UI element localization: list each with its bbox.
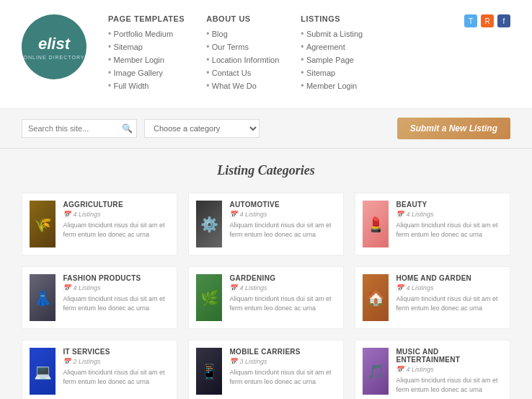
nav-item[interactable]: Portfolio Medium [108, 29, 185, 39]
listing-icon: 📅 [63, 211, 71, 218]
category-description: Aliquam tincidunt risus dui sit am et fe… [396, 376, 502, 394]
category-name: AUTOMOTIVE [229, 201, 336, 209]
listing-icon: 📅 [63, 284, 71, 291]
section-title: Listing Categories [22, 163, 510, 178]
category-listings-count: 📅 4 Listings [229, 284, 336, 291]
submit-listing-button[interactable]: Submit a New Listing [397, 118, 510, 139]
nav-item[interactable]: Full Width [108, 81, 185, 91]
category-select[interactable]: Choose a category [144, 119, 260, 138]
nav-item[interactable]: Blog [206, 29, 279, 39]
category-card[interactable]: 🌿GARDENING📅 4 ListingsAliquam tincidunt … [188, 266, 344, 329]
category-name: FASHION PRODUCTS [63, 274, 169, 282]
nav-column-listings: LISTINGSSubmit a ListingAgreementSample … [301, 14, 363, 94]
category-listings-count: 📅 4 Listings [396, 284, 502, 291]
nav-item[interactable]: Contact Us [206, 68, 279, 78]
twitter-icon[interactable]: T [464, 14, 477, 27]
category-thumbnail: 📱 [196, 348, 222, 395]
category-thumbnail: 👗 [30, 274, 56, 321]
search-input[interactable] [28, 124, 122, 133]
nav-column-page_templates: PAGE TEMPLATESPortfolio MediumSitemapMem… [108, 14, 185, 94]
social-icons: T R f [464, 14, 510, 27]
nav-item[interactable]: Sitemap [108, 42, 185, 52]
nav-item[interactable]: Sitemap [301, 68, 363, 78]
category-description: Aliquam tincidunt risus dui sit am et fe… [396, 294, 502, 312]
nav-item[interactable]: Sample Page [301, 55, 363, 65]
listing-icon: 📅 [229, 211, 237, 218]
nav-menus: PAGE TEMPLATESPortfolio MediumSitemapMem… [108, 14, 443, 94]
category-listings-count: 📅 4 Listings [229, 211, 336, 218]
category-card[interactable]: 💻IT SERVICES📅 2 ListingsAliquam tincidun… [22, 340, 177, 399]
category-info: FASHION PRODUCTS📅 4 ListingsAliquam tinc… [63, 274, 169, 312]
main-content: Listing Categories 🌾AGGRICULTURE📅 4 List… [0, 149, 532, 399]
category-description: Aliquam tincidunt risus dui sit am et fe… [63, 368, 169, 386]
header: elist ONLINE DIRECTORY PAGE TEMPLATESPor… [0, 0, 532, 109]
logo-tagline: ONLINE DIRECTORY [24, 55, 85, 60]
category-listings-count: 📅 2 Listings [63, 358, 169, 365]
category-info: HOME AND GARDEN📅 4 ListingsAliquam tinci… [396, 274, 502, 312]
category-info: IT SERVICES📅 2 ListingsAliquam tincidunt… [63, 348, 169, 386]
listing-icon: 📅 [63, 358, 71, 365]
category-info: AGGRICULTURE📅 4 ListingsAliquam tincidun… [63, 201, 169, 239]
category-card[interactable]: 🏠HOME AND GARDEN📅 4 ListingsAliquam tinc… [355, 266, 510, 329]
category-info: MOBILE CARRIERS📅 3 ListingsAliquam tinci… [229, 348, 336, 386]
nav-item[interactable]: Agreement [301, 42, 363, 52]
search-bar: 🔍 Choose a category Submit a New Listing [0, 109, 532, 149]
search-wrap: 🔍 [22, 119, 137, 138]
listing-icon: 📅 [229, 284, 237, 291]
category-card[interactable]: 📱MOBILE CARRIERS📅 3 ListingsAliquam tinc… [188, 340, 344, 399]
category-description: Aliquam tincidunt risus dui sit am et fe… [229, 221, 336, 239]
category-thumbnail: 🎵 [363, 348, 389, 395]
facebook-icon[interactable]: f [497, 14, 510, 27]
nav-column-about_us: ABOUT USBlogOur TermsLocation Informtion… [206, 14, 279, 94]
category-thumbnail: 🌿 [196, 274, 222, 321]
nav-item[interactable]: What We Do [206, 81, 279, 91]
category-listings-count: 📅 4 Listings [396, 366, 502, 373]
listing-icon: 📅 [396, 211, 404, 218]
category-description: Aliquam tincidunt risus dui sit am et fe… [63, 221, 169, 239]
category-card[interactable]: 🌾AGGRICULTURE📅 4 ListingsAliquam tincidu… [22, 193, 177, 255]
nav-item[interactable]: Submit a Listing [301, 29, 363, 39]
category-info: GARDENING📅 4 ListingsAliquam tincidunt r… [229, 274, 336, 312]
logo-name: elist [38, 35, 70, 53]
category-listings-count: 📅 4 Listings [63, 284, 169, 291]
category-description: Aliquam tincidunt risus dui sit am et fe… [396, 221, 502, 239]
category-info: BEAUTY📅 4 ListingsAliquam tincidunt risu… [396, 201, 502, 239]
category-name: IT SERVICES [63, 348, 169, 356]
category-thumbnail: ⚙️ [196, 201, 222, 247]
category-card[interactable]: 💄BEAUTY📅 4 ListingsAliquam tincidunt ris… [355, 193, 510, 255]
category-description: Aliquam tincidunt risus dui sit am et fe… [63, 294, 169, 312]
listing-icon: 📅 [396, 366, 404, 373]
category-listings-count: 📅 4 Listings [63, 211, 169, 218]
category-thumbnail: 🏠 [363, 274, 389, 321]
category-name: GARDENING [229, 274, 336, 282]
search-icon: 🔍 [122, 123, 133, 133]
nav-item[interactable]: Location Informtion [206, 55, 279, 65]
rss-icon[interactable]: R [481, 14, 494, 27]
category-name: AGGRICULTURE [63, 201, 169, 209]
logo[interactable]: elist ONLINE DIRECTORY [22, 14, 87, 79]
category-card[interactable]: 👗FASHION PRODUCTS📅 4 ListingsAliquam tin… [22, 266, 177, 329]
category-card[interactable]: 🎵MUSIC AND ENTERTAINMENT📅 4 ListingsAliq… [355, 340, 510, 399]
nav-item[interactable]: Member Login [108, 55, 185, 65]
category-name: BEAUTY [396, 201, 502, 209]
category-thumbnail: 💻 [30, 348, 56, 395]
category-info: MUSIC AND ENTERTAINMENT📅 4 ListingsAliqu… [396, 348, 502, 394]
category-listings-count: 📅 3 Listings [229, 358, 336, 365]
category-card[interactable]: ⚙️AUTOMOTIVE📅 4 ListingsAliquam tincidun… [188, 193, 344, 255]
listing-icon: 📅 [396, 284, 404, 291]
category-thumbnail: 🌾 [30, 201, 56, 247]
category-name: MUSIC AND ENTERTAINMENT [396, 348, 502, 364]
nav-item[interactable]: Member Login [301, 81, 363, 91]
category-description: Aliquam tincidunt risus dui sit am et fe… [229, 368, 336, 386]
listing-icon: 📅 [229, 358, 237, 365]
category-grid: 🌾AGGRICULTURE📅 4 ListingsAliquam tincidu… [22, 193, 510, 399]
category-description: Aliquam tincidunt risus dui sit am et fe… [229, 294, 336, 312]
category-name: HOME AND GARDEN [396, 274, 502, 282]
category-listings-count: 📅 4 Listings [396, 211, 502, 218]
nav-item[interactable]: Our Terms [206, 42, 279, 52]
category-name: MOBILE CARRIERS [229, 348, 336, 356]
nav-item[interactable]: Image Gallery [108, 68, 185, 78]
category-thumbnail: 💄 [363, 201, 389, 247]
category-info: AUTOMOTIVE📅 4 ListingsAliquam tincidunt … [229, 201, 336, 239]
